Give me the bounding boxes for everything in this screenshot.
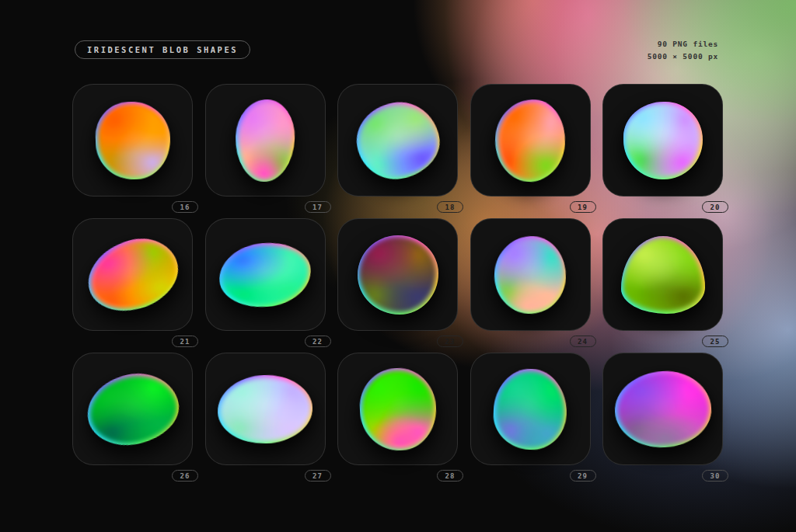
blob-number-badge: 16: [172, 201, 198, 213]
blob-iridescent-rim: [492, 367, 568, 450]
blob-card-27: [205, 353, 326, 465]
title-badge: IRIDESCENT BLOB SHAPES: [75, 40, 250, 59]
blob-cell-25: 25: [602, 218, 723, 347]
blob-shape-18: [353, 98, 443, 183]
blob-number-badge: 25: [702, 336, 728, 347]
blob-cell-26: 26: [72, 353, 193, 482]
blob-shadow: [234, 98, 296, 183]
file-dimensions: 5000 × 5000 px: [648, 50, 718, 63]
blob-number-badge: 30: [702, 470, 728, 482]
blob-shadow: [613, 368, 713, 449]
blob-card-29: [470, 353, 591, 465]
blob-number-badge: 19: [570, 201, 596, 213]
blob-shape-21: [82, 231, 184, 318]
blob-card-21: [72, 218, 193, 331]
blob-card-20: [602, 84, 723, 196]
blob-shape-30: [615, 370, 711, 447]
blob-shape-29: [494, 369, 566, 448]
blob-iridescent-rim: [217, 239, 314, 311]
blob-cell-29: 29: [470, 353, 591, 482]
page-title: IRIDESCENT BLOB SHAPES: [87, 45, 238, 54]
blob-shape-16: [96, 102, 169, 178]
blob-number-badge: 17: [305, 201, 331, 213]
blob-cell-28: 28: [337, 353, 458, 482]
blob-card-23: [337, 218, 458, 331]
blob-shadow: [80, 365, 184, 453]
blob-cell-24: 24: [470, 218, 591, 347]
blob-grid: 161718192021222324252627282930: [72, 84, 724, 482]
blob-shadow: [217, 239, 314, 311]
blob-shape-19: [494, 99, 566, 182]
blob-cell-20: 20: [602, 84, 723, 213]
blob-shadow: [217, 373, 314, 444]
blob-iridescent-rim: [80, 365, 184, 453]
blob-card-16: [72, 84, 193, 196]
blob-shape-27: [218, 375, 312, 443]
file-count: 90 PNG files: [648, 38, 718, 50]
blob-cell-16: 16: [72, 84, 193, 213]
blob-shadow: [358, 235, 438, 315]
blob-card-19: [470, 84, 591, 196]
blob-iridescent-rim: [79, 229, 187, 320]
blob-cell-18: 18: [337, 84, 458, 213]
blob-cell-19: 19: [470, 84, 591, 213]
blob-shadow: [492, 367, 568, 450]
blob-shape-28: [359, 368, 435, 450]
blob-iridescent-rim: [613, 368, 713, 449]
blob-iridescent-rim: [492, 96, 567, 183]
blob-shadow: [358, 366, 438, 452]
blob-number-badge: 18: [437, 201, 463, 213]
blob-iridescent-rim: [217, 373, 314, 444]
blob-iridescent-rim: [358, 366, 438, 452]
blob-card-18: [337, 84, 458, 196]
blob-card-24: [470, 218, 591, 331]
blob-number-badge: 28: [437, 470, 463, 482]
blob-card-17: [205, 84, 326, 196]
blob-shadow: [621, 236, 705, 314]
blob-iridescent-rim: [234, 98, 296, 183]
blob-cell-27: 27: [205, 353, 326, 482]
blob-iridescent-rim: [621, 236, 705, 314]
blob-shape-22: [218, 241, 311, 308]
blob-card-22: [205, 218, 326, 331]
blob-number-badge: 20: [702, 201, 728, 213]
blob-number-badge: 23: [437, 336, 463, 347]
blob-shape-25: [623, 238, 703, 311]
blob-cell-17: 17: [205, 84, 326, 213]
blob-shape-26: [82, 367, 182, 450]
blob-shadow: [79, 229, 187, 320]
blob-number-badge: 21: [172, 336, 198, 347]
blob-shadow: [492, 234, 567, 315]
blob-number-badge: 26: [172, 470, 198, 482]
blob-shape-17: [236, 100, 294, 180]
blob-iridescent-rim: [358, 235, 438, 315]
blob-number-badge: 27: [305, 470, 331, 482]
blob-card-25: [602, 218, 723, 331]
blob-iridescent-rim: [351, 96, 445, 185]
blob-number-badge: 22: [305, 336, 331, 347]
blob-iridescent-rim: [623, 102, 703, 179]
blob-shadow: [94, 100, 171, 180]
blob-iridescent-rim: [94, 100, 171, 180]
blob-card-30: [602, 353, 723, 465]
blob-cell-23: 23: [337, 218, 458, 347]
blob-iridescent-rim: [492, 234, 567, 315]
blob-number-badge: 24: [570, 336, 596, 347]
blob-number-badge: 29: [570, 470, 596, 482]
blob-shape-24: [494, 236, 566, 313]
blob-shape-20: [625, 103, 700, 177]
blob-shape-23: [359, 237, 436, 312]
blob-shadow: [351, 96, 445, 185]
blob-card-28: [337, 353, 458, 465]
blob-shadow: [623, 102, 703, 179]
blob-cell-30: 30: [602, 353, 723, 482]
file-info: 90 PNG files 5000 × 5000 px: [648, 38, 718, 62]
blob-card-26: [72, 353, 193, 465]
blob-shadow: [492, 96, 567, 183]
blob-cell-21: 21: [72, 218, 193, 347]
blob-cell-22: 22: [205, 218, 326, 347]
